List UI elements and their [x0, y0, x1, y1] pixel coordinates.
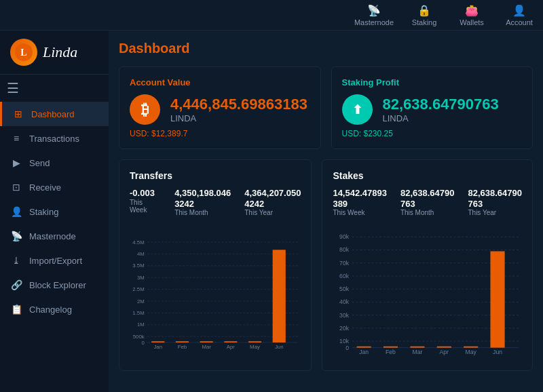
svg-rect-24 — [200, 341, 213, 342]
transfers-month-value: 4,350,198.0463242 — [174, 188, 231, 209]
staking-nav-icon: 👤 — [10, 206, 22, 217]
stakes-this-year: 82,638.64790763 This Year — [468, 188, 522, 216]
stakes-chart-card: Stakes 14,542.47893389 This Week 82,638.… — [322, 159, 533, 371]
svg-text:4M: 4M — [137, 251, 145, 257]
nav-wallets[interactable]: 👛 Wallets — [455, 4, 489, 26]
svg-text:Apr: Apr — [440, 349, 449, 355]
wallets-label: Wallets — [460, 18, 484, 26]
svg-rect-26 — [248, 341, 261, 342]
transfers-year-value: 4,364,207.0504242 — [244, 188, 301, 209]
svg-text:Jan: Jan — [153, 344, 162, 350]
svg-rect-58 — [464, 347, 479, 348]
transfers-year-label: This Year — [244, 209, 301, 216]
svg-text:1M: 1M — [137, 322, 145, 328]
masternode-icon: 📡 — [367, 4, 381, 17]
svg-rect-59 — [491, 252, 505, 348]
sidebar-item-send[interactable]: ▶ Send — [0, 151, 109, 175]
page-title: Dashboard — [119, 41, 533, 56]
logo-text: Linda — [43, 43, 77, 61]
sidebar-item-blockexplorer[interactable]: 🔗 Block Explorer — [0, 273, 109, 297]
stakes-week-label: This Week — [333, 209, 387, 216]
top-nav-items: 📡 Masternode 🔒 Staking 👛 Wallets 👤 Accou… — [354, 4, 536, 26]
masternode-label: Masternode — [354, 18, 394, 26]
svg-text:0: 0 — [346, 345, 350, 351]
transactions-icon: ≡ — [10, 133, 22, 144]
stakes-year-value: 82,638.64790763 — [468, 188, 522, 209]
svg-text:May: May — [466, 349, 477, 355]
staking-profit-title: Staking Profit — [342, 77, 523, 87]
content-area: Dashboard Account Value ₿ 4,446,845.6986… — [109, 31, 543, 392]
stakes-week-value: 14,542.47893389 — [333, 188, 387, 209]
nav-staking[interactable]: 🔒 Staking — [407, 4, 441, 26]
top-navigation: 📡 Masternode 🔒 Staking 👛 Wallets 👤 Accou… — [0, 0, 543, 31]
sidebar-item-staking[interactable]: 👤 Staking — [0, 199, 109, 224]
transfers-this-week: -0.003 This Week — [130, 188, 161, 216]
svg-text:Mar: Mar — [413, 349, 423, 355]
sidebar: L Linda ☰ ⊞ Dashboard ≡ Transactions ▶ S… — [0, 31, 109, 392]
svg-text:500k: 500k — [133, 334, 145, 340]
svg-text:4.5M: 4.5M — [132, 239, 144, 246]
svg-text:50k: 50k — [340, 286, 350, 292]
svg-text:60k: 60k — [340, 273, 350, 279]
svg-text:0: 0 — [141, 340, 145, 346]
account-value-card: Account Value ₿ 4,446,845.69863183 LINDA… — [119, 66, 321, 149]
transfers-title: Transfers — [130, 170, 301, 181]
account-value-info: 4,446,845.69863183 LINDA — [170, 96, 307, 123]
svg-text:3M: 3M — [137, 275, 145, 281]
account-value-title: Account Value — [130, 77, 310, 87]
svg-text:3.5M: 3.5M — [132, 263, 144, 269]
svg-text:Mar: Mar — [202, 344, 211, 350]
nav-account[interactable]: 👤 Account — [502, 4, 536, 26]
transfers-stats: -0.003 This Week 4,350,198.0463242 This … — [130, 188, 301, 216]
sidebar-item-receive-label: Receive — [29, 182, 61, 193]
sidebar-item-dashboard-label: Dashboard — [31, 109, 75, 119]
svg-rect-56 — [411, 347, 425, 348]
wallets-icon: 👛 — [465, 4, 479, 17]
svg-text:2M: 2M — [137, 298, 145, 305]
account-value-body: ₿ 4,446,845.69863183 LINDA — [130, 94, 310, 125]
staking-usd-value: USD: $230.25 — [342, 129, 393, 138]
stakes-year-label: This Year — [468, 209, 522, 216]
stakes-stats: 14,542.47893389 This Week 82,638.6479076… — [333, 188, 522, 216]
staking-profit-unit: LINDA — [383, 113, 499, 123]
account-value-unit: LINDA — [170, 113, 307, 123]
staking-profit-body: ⬆ 82,638.64790763 LINDA — [342, 94, 523, 125]
staking-profit-info: 82,638.64790763 LINDA — [383, 96, 499, 123]
svg-text:Jan: Jan — [360, 349, 369, 355]
charts-row: Transfers -0.003 This Week 4,350,198.046… — [119, 159, 533, 371]
masternode-nav-icon: 📡 — [10, 231, 22, 241]
hamburger-button[interactable]: ☰ — [0, 75, 109, 102]
dashboard-icon: ⊞ — [12, 109, 24, 119]
bitcoin-icon: ₿ — [130, 94, 160, 125]
sidebar-item-masternode[interactable]: 📡 Masternode — [0, 224, 109, 248]
main-layout: L Linda ☰ ⊞ Dashboard ≡ Transactions ▶ S… — [0, 31, 543, 392]
svg-text:10k: 10k — [340, 338, 350, 345]
stakes-title: Stakes — [333, 170, 522, 181]
account-value-usd: USD: $12,389.7 — [130, 129, 310, 138]
svg-text:90k: 90k — [340, 233, 350, 240]
transfers-chart: 4.5M 4M 3.5M 3M 2.5M 2M 1.5M 1M 500k 0 — [130, 224, 301, 360]
svg-text:2.5M: 2.5M — [132, 286, 144, 292]
svg-text:20k: 20k — [340, 325, 350, 332]
transfers-chart-svg: 4.5M 4M 3.5M 3M 2.5M 2M 1.5M 1M 500k 0 — [130, 224, 301, 360]
svg-rect-55 — [383, 347, 398, 348]
nav-masternode[interactable]: 📡 Masternode — [354, 4, 394, 26]
blockexplorer-icon: 🔗 — [10, 279, 22, 290]
svg-text:Jun: Jun — [493, 349, 503, 355]
account-label: Account — [506, 18, 533, 26]
receive-icon: ⊡ — [10, 182, 22, 193]
staking-icon: 🔒 — [417, 4, 431, 17]
transfers-chart-card: Transfers -0.003 This Week 4,350,198.046… — [119, 159, 312, 371]
stakes-this-week: 14,542.47893389 This Week — [333, 188, 387, 216]
changelog-icon: 📋 — [10, 304, 22, 315]
sidebar-item-changelog[interactable]: 📋 Changelog — [0, 297, 109, 321]
svg-text:Apr: Apr — [227, 344, 236, 350]
sidebar-item-dashboard[interactable]: ⊞ Dashboard — [0, 102, 109, 126]
sidebar-item-transactions[interactable]: ≡ Transactions — [0, 126, 109, 151]
sidebar-item-receive[interactable]: ⊡ Receive — [0, 175, 109, 199]
sidebar-item-changelog-label: Changelog — [29, 305, 72, 315]
account-icon: 👤 — [512, 4, 526, 17]
sidebar-menu: ⊞ Dashboard ≡ Transactions ▶ Send ⊡ Rece… — [0, 102, 109, 392]
sidebar-item-importexport[interactable]: ⤓ Import/Export — [0, 248, 109, 273]
svg-rect-27 — [273, 250, 286, 343]
